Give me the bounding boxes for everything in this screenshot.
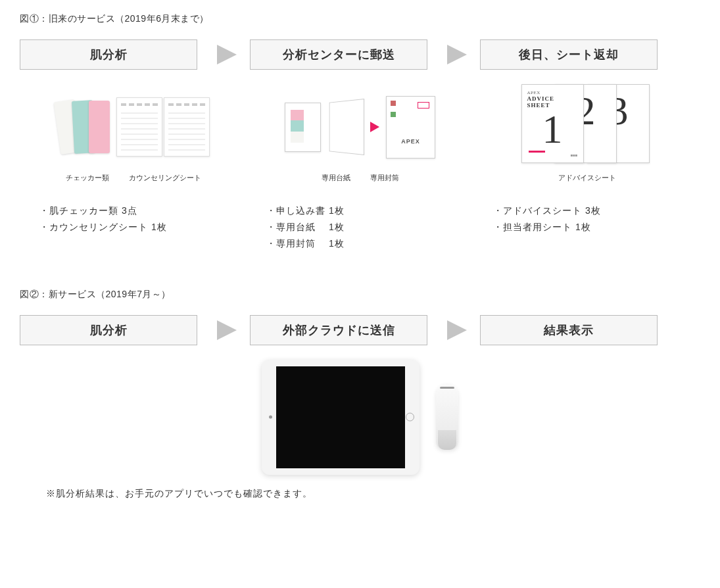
counseling-sheet-icon <box>116 97 210 157</box>
scanner-device-icon <box>436 384 458 450</box>
fig2-device-image <box>20 360 700 475</box>
bullets-return: ・アドバイスシート 3枚 ・担当者用シート 1枚 <box>473 203 601 235</box>
pink-arrow-icon <box>370 122 379 132</box>
step-box-return: 後日、シート返却 <box>480 39 658 70</box>
advice-sheets-image: 3 2 APEX ADVICE SHEET 1 ■■■ <box>473 84 700 170</box>
step-box-analysis2: 肌分析 <box>20 315 197 345</box>
arrow-icon <box>210 314 243 347</box>
envelope-icon: APEX <box>386 96 435 159</box>
caption-mount: 専用台紙 <box>322 173 350 183</box>
arrow-icon <box>210 38 243 71</box>
envelope-brand: APEX <box>387 138 435 145</box>
bullets-mail: ・申し込み書 1枚 ・専用台紙 1枚 ・専用封筒 1枚 <box>247 203 345 253</box>
mount-open-icon <box>329 99 364 155</box>
svg-marker-3 <box>447 320 467 340</box>
bullets-analysis: ・肌チェッカー類 3点 ・カウンセリングシート 1枚 <box>20 203 167 235</box>
checker-and-sheet-image <box>20 84 247 170</box>
step-box-analysis: 肌分析 <box>20 39 197 70</box>
caption-advice: アドバイスシート <box>558 173 616 183</box>
svg-marker-0 <box>217 45 237 64</box>
col-return: 3 2 APEX ADVICE SHEET 1 ■■■ アドバイスシート ・アド… <box>473 84 700 235</box>
arrow-icon <box>441 38 473 71</box>
fig2-title: 図②：新サービス（2019年7月～） <box>20 289 700 301</box>
captions: チェッカー類 カウンセリングシート <box>66 173 201 183</box>
captions: アドバイスシート <box>558 173 616 183</box>
col-mail: APEX 専用台紙 専用封筒 ・申し込み書 1枚 ・専用台紙 1枚 ・専用封筒 … <box>247 84 473 253</box>
fig2-flow: 肌分析 外部クラウドに送信 結果表示 <box>20 314 700 347</box>
svg-marker-2 <box>217 320 237 340</box>
tablet-icon <box>262 360 420 475</box>
step-box-cloud: 外部クラウドに送信 <box>250 315 427 345</box>
caption-envelope: 専用封筒 <box>370 173 399 183</box>
col-analysis: チェッカー類 カウンセリングシート ・肌チェッカー類 3点 ・カウンセリングシー… <box>20 84 247 235</box>
step-box-mail: 分析センターに郵送 <box>250 39 427 70</box>
advice-sheet-1-icon: APEX ADVICE SHEET 1 ■■■ <box>521 84 584 163</box>
checker-cards-icon <box>57 101 110 153</box>
fig1-title: 図①：旧来のサービス（2019年6月末まで） <box>20 13 700 25</box>
caption-checker: チェッカー類 <box>66 173 109 183</box>
step-box-result: 結果表示 <box>480 315 658 345</box>
fig1-flow: 肌分析 分析センターに郵送 後日、シート返却 <box>20 38 700 71</box>
svg-marker-1 <box>447 45 467 64</box>
mailing-image: APEX <box>247 84 473 170</box>
arrow-icon <box>441 314 473 347</box>
caption-counseling: カウンセリングシート <box>129 173 201 183</box>
captions: 専用台紙 専用封筒 <box>322 173 399 183</box>
fig2-note: ※肌分析結果は、お手元のアプリでいつでも確認できます。 <box>46 488 700 500</box>
fig1-images: チェッカー類 カウンセリングシート ・肌チェッカー類 3点 ・カウンセリングシー… <box>20 84 700 253</box>
mount-sheet-icon <box>285 103 321 152</box>
